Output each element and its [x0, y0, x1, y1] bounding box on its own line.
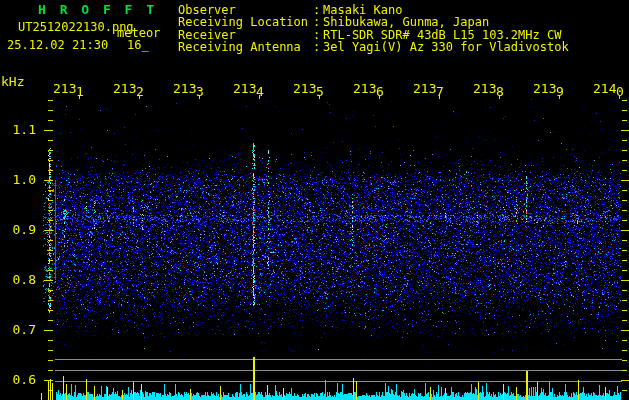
time-tick-label-digit: 6 — [376, 85, 384, 98]
info-row-antenna: Receiving Antenna:3el Yagi(V) Az 330 for… — [178, 41, 569, 53]
time-tick-label-digit: 3 — [196, 85, 204, 98]
time-tick-label-prefix: 213 — [173, 82, 196, 95]
station-info: Observer:Masaki Kano Receiving Location:… — [178, 4, 569, 54]
app-title: H R O F F T — [38, 3, 157, 16]
time-tick-label-prefix: 213 — [113, 82, 136, 95]
info-label: Receiving Antenna — [178, 41, 310, 53]
colon: : — [310, 41, 323, 53]
info-row-location: Receiving Location:Shibukawa, Gunma, Jap… — [178, 16, 569, 28]
time-tick-label-prefix: 213 — [473, 82, 496, 95]
time-tick-label-digit: 4 — [256, 85, 264, 98]
time-tick-label-digit: 0 — [616, 85, 624, 98]
antenna-value: 3el Yagi(V) Az 330 for Vladivostok — [323, 41, 569, 53]
freq-tick-label: 0.7 — [2, 323, 36, 336]
time-tick-label-prefix: 213 — [53, 82, 76, 95]
freq-tick-label: 0.6 — [2, 373, 36, 386]
hrofft-screen: H R O F F T UT2512022130.png meteor 25.1… — [0, 0, 629, 400]
time-tick-label-digit: 9 — [556, 85, 564, 98]
freq-tick-label: 1.1 — [2, 123, 36, 136]
spectrogram-canvas — [0, 0, 629, 400]
time-tick-label-digit: 5 — [316, 85, 324, 98]
time-tick-label-digit: 2 — [136, 85, 144, 98]
location-value: Shibukawa, Gunma, Japan — [323, 16, 489, 28]
counter-label: 16_ — [127, 39, 149, 52]
time-tick-label-digit: 7 — [436, 85, 444, 98]
time-tick-label-prefix: 214 — [593, 82, 616, 95]
time-tick-label-digit: 1 — [76, 85, 84, 98]
time-tick-label-digit: 8 — [496, 85, 504, 98]
time-tick-label-prefix: 213 — [353, 82, 376, 95]
datetime-label: 25.12.02 21:30 — [7, 39, 108, 52]
time-tick-label-prefix: 213 — [233, 82, 256, 95]
time-tick-label-prefix: 213 — [413, 82, 436, 95]
freq-tick-label: 0.8 — [2, 273, 36, 286]
colon: : — [310, 16, 323, 28]
freq-tick-label: 1.0 — [2, 173, 36, 186]
time-tick-label-prefix: 213 — [293, 82, 316, 95]
freq-tick-label: 0.9 — [2, 223, 36, 236]
time-tick-label-prefix: 213 — [533, 82, 556, 95]
info-label: Receiving Location — [178, 16, 310, 28]
y-axis-unit-label: kHz — [1, 75, 24, 88]
